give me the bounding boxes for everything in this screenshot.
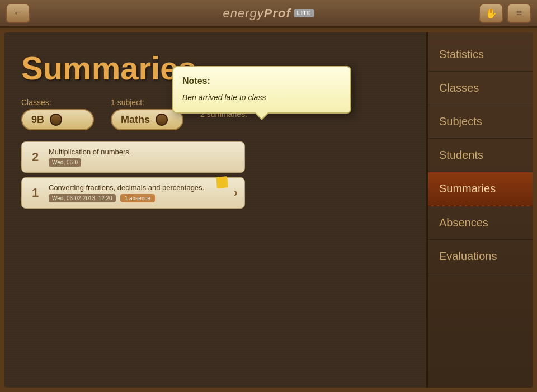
summary-card-2[interactable]: 1 Converting fractions, decimals and per… — [21, 177, 245, 209]
sidebar-item-statistics[interactable]: Statistics — [428, 38, 533, 72]
summary-meta-1: Wed, 06-0 — [49, 158, 238, 167]
summary-date-2: Wed, 06-02-2013, 12:20 — [49, 194, 116, 202]
summary-title-2: Converting fractions, decimals and perce… — [49, 183, 227, 192]
summary-meta-2: Wed, 06-02-2013, 12:20 1 absence — [49, 194, 227, 202]
back-icon: ← — [13, 7, 23, 19]
classes-select[interactable]: 9B — [21, 109, 94, 130]
lite-badge: LITE — [294, 9, 314, 17]
summary-info-1: Multiplication of numbers. Wed, 06-0 — [49, 148, 238, 167]
summaries-list: 2 Multiplication of numbers. Wed, 06-0 1… — [21, 141, 245, 209]
sidebar-item-subjects[interactable]: Subjects — [428, 105, 533, 139]
app-title-prof: Prof — [264, 6, 291, 20]
summary-chevron-2: › — [234, 186, 238, 200]
summary-info-2: Converting fractions, decimals and perce… — [49, 183, 227, 202]
sidebar-item-classes[interactable]: Classes — [428, 72, 533, 105]
sidebar-item-absences[interactable]: Absences — [428, 206, 533, 240]
hand-icon: ✋ — [485, 7, 497, 20]
top-right-buttons: ✋ ≡ — [479, 3, 531, 23]
app-title-energy: energy — [223, 6, 264, 20]
summary-card-1[interactable]: 2 Multiplication of numbers. Wed, 06-0 — [21, 141, 245, 173]
app-title-area: energyProf LITE — [223, 6, 314, 21]
main-content: Summaries Classes: 9B 1 subject: Maths — [4, 32, 426, 388]
classes-label: Classes: — [21, 98, 94, 107]
summary-date-1: Wed, 06-0 — [49, 158, 81, 167]
subject-value: Maths — [121, 114, 150, 126]
classes-dropdown-icon[interactable] — [50, 114, 62, 126]
leather-frame: Summaries Classes: 9B 1 subject: Maths — [0, 28, 537, 392]
classes-filter: Classes: 9B — [21, 98, 94, 130]
menu-icon: ≡ — [516, 7, 522, 19]
sidebar-item-evaluations[interactable]: Evaluations — [428, 240, 533, 273]
subject-select[interactable]: Maths — [111, 109, 183, 130]
summary-absence-2: 1 absence — [120, 194, 155, 202]
summary-title-1: Multiplication of numbers. — [49, 148, 238, 156]
sidebar-item-students[interactable]: Students — [428, 139, 533, 172]
note-sticker — [216, 176, 228, 188]
back-button[interactable]: ← — [6, 3, 30, 23]
top-bar: ← energyProf LITE ✋ ≡ — [0, 0, 537, 28]
notes-popup-content: Ben arrived late to class — [182, 92, 341, 103]
menu-button[interactable]: ≡ — [507, 3, 531, 23]
classes-value: 9B — [31, 114, 44, 126]
notes-popup: Notes: Ben arrived late to class — [172, 66, 351, 114]
inner-frame: Summaries Classes: 9B 1 subject: Maths — [4, 32, 533, 388]
sidebar: Statistics Classes Subjects Students Sum… — [426, 32, 533, 388]
hand-button[interactable]: ✋ — [479, 3, 503, 23]
summary-number-2: 1 — [29, 186, 42, 200]
notes-popup-title: Notes: — [182, 76, 341, 86]
summary-number-1: 2 — [29, 150, 42, 164]
subject-dropdown-icon[interactable] — [156, 114, 168, 126]
app-title: energyProf — [223, 6, 291, 21]
sidebar-item-summaries[interactable]: Summaries — [428, 172, 533, 206]
